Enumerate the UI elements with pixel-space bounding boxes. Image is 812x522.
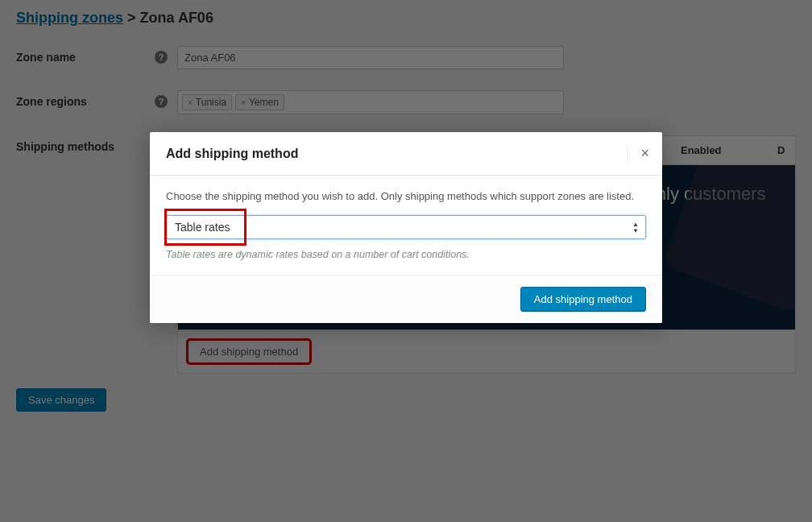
- modal-title: Add shipping method: [166, 147, 627, 161]
- select-carets-icon: ▲▼: [632, 222, 639, 234]
- modal-submit-button[interactable]: Add shipping method: [520, 287, 646, 312]
- modal-overlay[interactable]: Add shipping method × Choose the shippin…: [0, 0, 812, 522]
- select-description: Table rates are dynamic rates based on a…: [166, 249, 646, 260]
- select-value: Table rates: [175, 221, 230, 234]
- add-shipping-method-modal: Add shipping method × Choose the shippin…: [150, 132, 662, 323]
- close-icon[interactable]: ×: [627, 143, 654, 164]
- shipping-method-select[interactable]: Table rates ▲▼: [166, 215, 646, 239]
- modal-instruction: Choose the shipping method you wish to a…: [166, 190, 646, 202]
